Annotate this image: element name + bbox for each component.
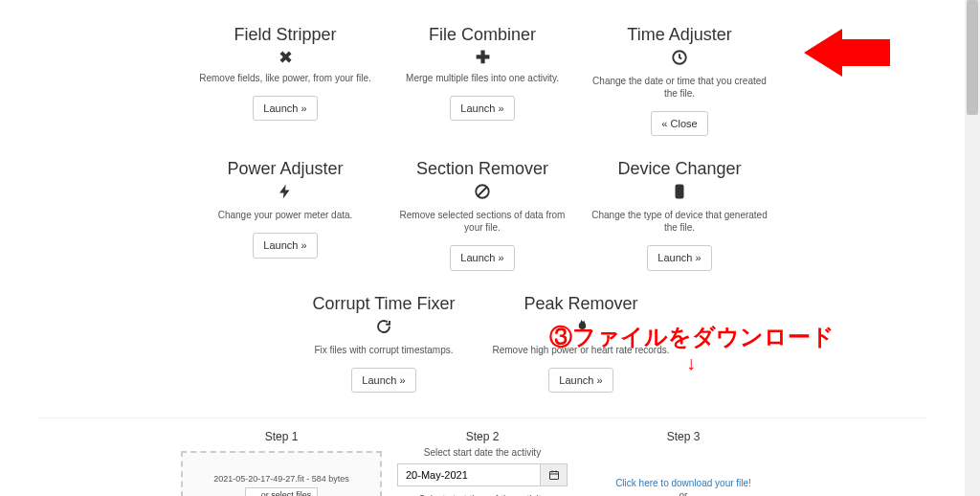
step-3: Step 3 Click here to download your file!… bbox=[583, 430, 784, 496]
tool-title: Section Remover bbox=[390, 159, 575, 179]
svg-rect-5 bbox=[549, 471, 558, 479]
calendar-icon bbox=[548, 469, 560, 481]
tool-desc: Change the date or time that you created… bbox=[587, 75, 772, 100]
refresh-icon bbox=[291, 318, 477, 338]
svg-point-4 bbox=[679, 195, 680, 197]
tool-title: Peak Remover bbox=[488, 294, 674, 314]
ban-icon bbox=[390, 183, 575, 203]
download-link[interactable]: Click here to download your file! bbox=[583, 478, 784, 488]
clock-icon bbox=[587, 49, 772, 69]
calendar-button[interactable] bbox=[541, 463, 568, 486]
tool-desc: Change your power meter data. bbox=[192, 209, 378, 221]
steps-section: Step 1 2021-05-20-17-49-27.fit - 584 byt… bbox=[38, 417, 926, 496]
step-3-heading: Step 3 bbox=[583, 430, 784, 443]
launch-button[interactable]: Launch » bbox=[253, 233, 317, 258]
close-icon: ✖ bbox=[192, 49, 378, 66]
flame-icon bbox=[488, 318, 674, 338]
svg-line-2 bbox=[479, 188, 487, 196]
bolt-icon bbox=[192, 183, 378, 203]
select-files-button[interactable]: ... or select files bbox=[245, 487, 319, 496]
tool-title: Power Adjuster bbox=[192, 159, 378, 179]
start-date-input[interactable] bbox=[397, 463, 541, 486]
plus-icon: ✚ bbox=[390, 49, 575, 66]
tool-device-changer: Device Changer Change the type of device… bbox=[581, 153, 778, 287]
launch-button[interactable]: Launch » bbox=[548, 368, 612, 393]
close-button[interactable]: « Close bbox=[651, 111, 707, 136]
step-2: Step 2 Select start date the activity Se… bbox=[382, 430, 583, 496]
tool-corrupt-time-fixer: Corrupt Time Fixer Fix files with corrup… bbox=[285, 288, 482, 410]
tool-title: Device Changer bbox=[587, 159, 772, 179]
tool-section-remover: Section Remover Remove selected sections… bbox=[384, 153, 581, 287]
launch-button[interactable]: Launch » bbox=[351, 368, 415, 393]
tool-desc: Change the type of device that generated… bbox=[587, 209, 772, 234]
tool-peak-remover: Peak Remover Remove high power or heart … bbox=[482, 288, 679, 410]
step-1-heading: Step 1 bbox=[181, 430, 382, 443]
tool-field-stripper: Field Stripper ✖ Remove fields, like pow… bbox=[187, 19, 384, 153]
launch-button[interactable]: Launch » bbox=[450, 245, 514, 270]
launch-button[interactable]: Launch » bbox=[647, 245, 711, 270]
step-1: Step 1 2021-05-20-17-49-27.fit - 584 byt… bbox=[181, 430, 382, 496]
tool-desc: Remove fields, like power, from your fil… bbox=[192, 72, 378, 84]
tool-desc: Remove high power or heart rate records. bbox=[488, 344, 674, 356]
tool-desc: Remove selected sections of data from yo… bbox=[390, 209, 575, 234]
step-2-heading: Step 2 bbox=[382, 430, 583, 443]
tool-desc: Merge multiple files into one activity. bbox=[390, 72, 575, 84]
tool-title: File Combiner bbox=[390, 25, 575, 45]
file-meta: 2021-05-20-17-49-27.fit - 584 bytes bbox=[189, 474, 374, 484]
scrollbar-thumb[interactable] bbox=[967, 0, 978, 115]
step-2-date-caption: Select start date the activity bbox=[382, 447, 583, 458]
file-dropzone[interactable]: 2021-05-20-17-49-27.fit - 584 bytes ... … bbox=[181, 451, 382, 496]
vertical-scrollbar[interactable] bbox=[965, 0, 980, 496]
tool-file-combiner: File Combiner ✚ Merge multiple files int… bbox=[384, 19, 581, 153]
phone-icon bbox=[587, 183, 772, 203]
launch-button[interactable]: Launch » bbox=[253, 96, 317, 121]
launch-button[interactable]: Launch » bbox=[450, 96, 514, 121]
tool-power-adjuster: Power Adjuster Change your power meter d… bbox=[187, 153, 384, 287]
tool-title: Field Stripper bbox=[192, 25, 378, 45]
tool-title: Time Adjuster bbox=[587, 25, 772, 45]
or-text: or bbox=[583, 490, 784, 496]
tool-title: Corrupt Time Fixer bbox=[291, 294, 477, 314]
tool-time-adjuster: Time Adjuster Change the date or time th… bbox=[581, 19, 778, 153]
tool-desc: Fix files with corrupt timestamps. bbox=[291, 344, 477, 356]
